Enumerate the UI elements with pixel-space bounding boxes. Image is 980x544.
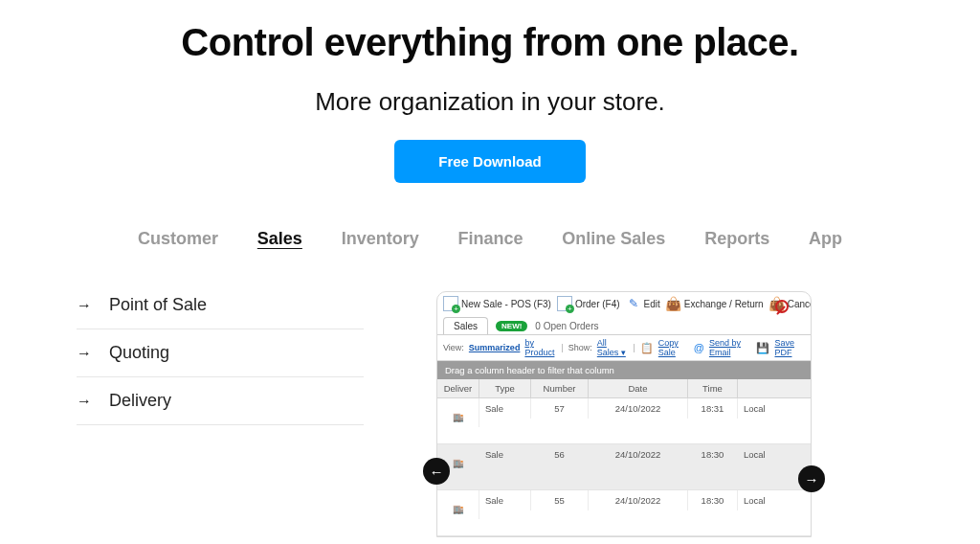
new-sale-button[interactable]: + New Sale - POS (F3) (443, 296, 551, 311)
cell-channel: Local (738, 398, 795, 419)
document-plus-icon: + (443, 296, 458, 311)
copy-icon: 📋 (640, 342, 654, 354)
open-orders-text[interactable]: 0 Open Orders (535, 321, 598, 331)
button-label: New Sale - POS (F3) (461, 299, 551, 309)
table-row[interactable]: 🏬 Sale 57 24/10/2022 18:31 Local (437, 398, 811, 444)
sidebar-item-label: Delivery (109, 391, 171, 411)
email-icon: @ (694, 342, 704, 353)
cell-type: Sale (479, 398, 531, 419)
col-channel[interactable] (738, 379, 795, 397)
cell-number: 55 (531, 490, 589, 510)
cell-channel: Local (738, 490, 795, 510)
exchange-return-button[interactable]: 👜 Exchange / Return (666, 296, 764, 311)
col-number[interactable]: Number (531, 379, 589, 397)
tab-online-sales[interactable]: Online Sales (562, 229, 665, 249)
bag-cancel-icon: 👜 (769, 296, 785, 311)
col-deliver[interactable]: Deliver (437, 379, 479, 397)
button-label: Order (F4) (575, 299, 620, 309)
tab-finance[interactable]: Finance (457, 229, 523, 249)
tab-customer[interactable]: Customer (138, 229, 218, 249)
sidebar-item-label: Point of Sale (109, 295, 207, 315)
app-screenshot: ← → + New Sale - POS (F3) + Order (F4) ✎… (436, 291, 812, 537)
tab-reports[interactable]: Reports (704, 229, 769, 249)
table-row[interactable]: 🏬 Sale 56 24/10/2022 18:30 Local (437, 444, 811, 490)
button-label: Cancel (788, 299, 812, 309)
cancel-button[interactable]: 👜 Cancel (769, 296, 812, 311)
sidebar-item-quoting[interactable]: → Quoting (77, 329, 364, 377)
app-tab-sales[interactable]: Sales (443, 317, 488, 334)
sidebar-item-point-of-sale[interactable]: → Point of Sale (77, 291, 364, 329)
sidebar-item-label: Quoting (109, 343, 169, 363)
grid-header: Deliver Type Number Date Time (437, 379, 811, 398)
cell-type: Sale (479, 444, 531, 465)
button-label: Edit (644, 299, 660, 309)
table-row[interactable]: 🏬 Sale 55 24/10/2022 18:30 Local (437, 490, 811, 536)
cell-time: 18:31 (688, 398, 738, 419)
page-headline: Control everything from one place. (0, 21, 980, 64)
cell-time: 18:30 (688, 490, 738, 510)
save-pdf-icon: 💾 (756, 342, 769, 354)
app-toolbar: + New Sale - POS (F3) + Order (F4) ✎ Edi… (437, 292, 811, 317)
cell-number: 56 (531, 444, 589, 465)
cell-time: 18:30 (688, 444, 738, 465)
send-by-email-link[interactable]: Send by Email (709, 338, 752, 357)
button-label: Exchange / Return (684, 299, 764, 309)
tab-sales[interactable]: Sales (257, 229, 302, 249)
new-badge: NEW! (496, 321, 527, 331)
page-subhead: More organization in your store. (0, 87, 980, 117)
feature-sidebar: → Point of Sale → Quoting → Delivery (77, 291, 364, 537)
save-pdf-link[interactable]: Save PDF (774, 338, 805, 357)
cell-date: 24/10/2022 (589, 490, 688, 510)
bag-icon: 👜 (666, 296, 681, 311)
arrow-right-icon: → (77, 393, 92, 410)
carousel-next-button[interactable]: → (798, 465, 825, 492)
cell-type: Sale (479, 490, 531, 510)
order-button[interactable]: + Order (F4) (557, 296, 620, 311)
arrow-right-icon: → (77, 297, 92, 314)
cell-channel: Local (738, 444, 795, 465)
carousel-prev-button[interactable]: ← (423, 458, 450, 485)
copy-sale-link[interactable]: Copy Sale (658, 338, 689, 357)
col-type[interactable]: Type (479, 379, 531, 397)
cell-number: 57 (531, 398, 589, 419)
col-time[interactable]: Time (688, 379, 738, 397)
sidebar-item-delivery[interactable]: → Delivery (77, 377, 364, 425)
view-by-product-link[interactable]: by Product (524, 338, 556, 357)
store-icon: 🏬 (453, 458, 464, 468)
store-icon: 🏬 (453, 412, 464, 422)
tab-app[interactable]: App (809, 229, 842, 249)
arrow-right-icon: → (77, 345, 92, 362)
show-all-sales-dropdown[interactable]: All Sales ▾ (597, 338, 629, 357)
cell-date: 24/10/2022 (589, 444, 688, 465)
cell-date: 24/10/2022 (589, 398, 688, 419)
view-summarized-link[interactable]: Summarized (469, 343, 521, 352)
store-icon: 🏬 (453, 504, 464, 514)
col-date[interactable]: Date (589, 379, 688, 397)
edit-icon: ✎ (626, 296, 641, 311)
drag-hint-bar: Drag a column header to filter that colu… (437, 361, 811, 379)
show-label: Show: (568, 343, 592, 352)
view-label: View: (443, 343, 464, 352)
tab-inventory[interactable]: Inventory (342, 229, 419, 249)
edit-button[interactable]: ✎ Edit (626, 296, 660, 311)
feature-tabs: Customer Sales Inventory Finance Online … (136, 229, 844, 249)
document-plus-icon: + (557, 296, 572, 311)
free-download-button[interactable]: Free Download (394, 140, 586, 183)
